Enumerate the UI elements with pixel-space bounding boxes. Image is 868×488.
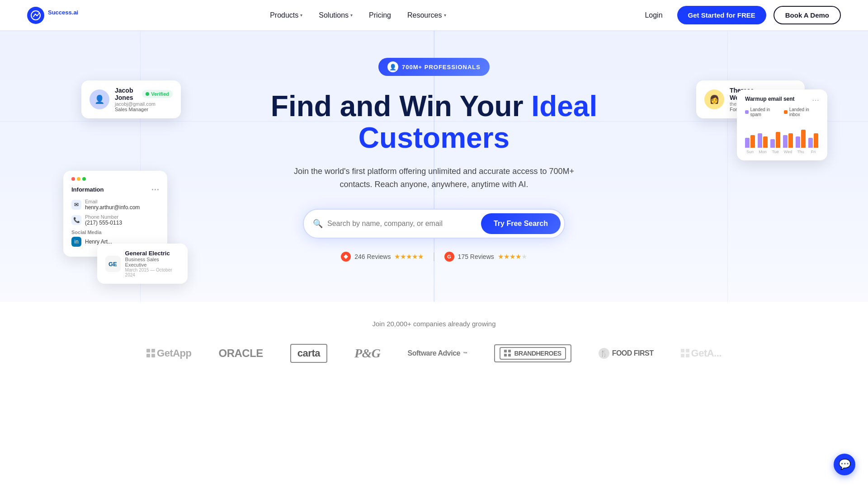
nav-resources[interactable]: Resources ▾ <box>407 11 446 19</box>
review-item-capterra: 246 Reviews ★★★★★ <box>341 252 424 262</box>
login-button[interactable]: Login <box>637 8 670 23</box>
linkedin-icon: in <box>71 237 81 247</box>
hero-subtext: Join the world's first platform offering… <box>289 165 579 191</box>
jacob-avatar: 👤 <box>90 89 109 109</box>
get-started-button[interactable]: Get Started for FREE <box>677 6 766 24</box>
logo-carta: carta <box>290 344 327 363</box>
logo-oracle: ORACLE <box>219 347 263 360</box>
logo-link[interactable]: Success.ai <box>27 7 78 24</box>
nav-products[interactable]: Products ▾ <box>270 11 302 19</box>
svg-point-0 <box>31 11 40 20</box>
logo-food-first: 🍴 FOOD FIRST <box>599 348 654 359</box>
hero-reviews: 246 Reviews ★★★★★ | G 175 Reviews ★★★★★ <box>341 251 527 262</box>
theresa-avatar: 👩 <box>704 89 724 109</box>
book-demo-button[interactable]: Book A Demo <box>774 6 841 24</box>
navbar: Success.ai Products ▾ Solutions ▾ Pricin… <box>0 0 868 31</box>
jacob-info: Jacob Jones Verified jacobj@gmail.com Sa… <box>115 87 173 112</box>
chevron-down-icon: ▾ <box>300 13 302 18</box>
capterra-logo <box>341 252 351 262</box>
professionals-badge: 👤 700M+ PROFESSIONALS <box>378 58 490 76</box>
hero-section: 👤 700M+ PROFESSIONALS Find and Win Your … <box>0 31 868 302</box>
logos-section: Join 20,000+ companies already growing G… <box>0 302 868 390</box>
nav-pricing[interactable]: Pricing <box>369 11 391 19</box>
logo-getapp: GetApp <box>146 347 191 359</box>
g2-logo: G <box>444 252 454 262</box>
logo-getapp-2: GetA... <box>681 347 722 359</box>
logo-brandheroes: BRANDHEROES <box>494 344 571 362</box>
logo-text: Success.ai <box>48 9 78 21</box>
ge-info: General Electric Business Sales Executiv… <box>125 250 179 277</box>
logo-icon <box>27 7 44 24</box>
chevron-down-icon: ▾ <box>444 13 446 18</box>
ge-logo: GE <box>105 256 121 272</box>
logos-row: GetApp ORACLE carta P&G Software Advice™… <box>146 344 722 363</box>
search-bar: 🔍 Try Free Search <box>303 209 565 239</box>
badge-avatar-icon: 👤 <box>387 61 398 72</box>
svg-text:GE: GE <box>108 261 117 267</box>
chart-bars <box>745 121 819 148</box>
ge-card: GE General Electric Business Sales Execu… <box>97 244 188 284</box>
chart-days: Sun Mon Tue Wed Thu Fri <box>745 150 819 154</box>
logo-pg: P&G <box>354 346 381 361</box>
review-item-g2: G 175 Reviews ★★★★★ <box>444 252 527 262</box>
logos-title: Join 20,000+ companies already growing <box>372 320 495 328</box>
chevron-down-icon: ▾ <box>350 13 353 18</box>
nav-actions: Login Get Started for FREE Book A Demo <box>637 6 841 24</box>
email-icon: ✉ <box>71 200 81 210</box>
jacob-verified-badge: Verified <box>142 90 173 98</box>
chart-card: Warmup email sent ⋯ Landed in spam Lande… <box>737 89 827 160</box>
phone-icon: 📞 <box>71 215 81 225</box>
logo-software-advice: Software Advice™ <box>408 349 467 357</box>
search-input[interactable] <box>327 220 481 228</box>
search-icon: 🔍 <box>313 219 323 229</box>
hero-heading: Find and Win Your Ideal Customers <box>231 90 637 154</box>
try-free-search-button[interactable]: Try Free Search <box>481 213 561 234</box>
jacob-jones-card: 👤 Jacob Jones Verified jacobj@gmail.com … <box>81 80 181 118</box>
nav-solutions[interactable]: Solutions ▾ <box>319 11 353 19</box>
nav-links: Products ▾ Solutions ▾ Pricing Resources… <box>270 11 446 19</box>
